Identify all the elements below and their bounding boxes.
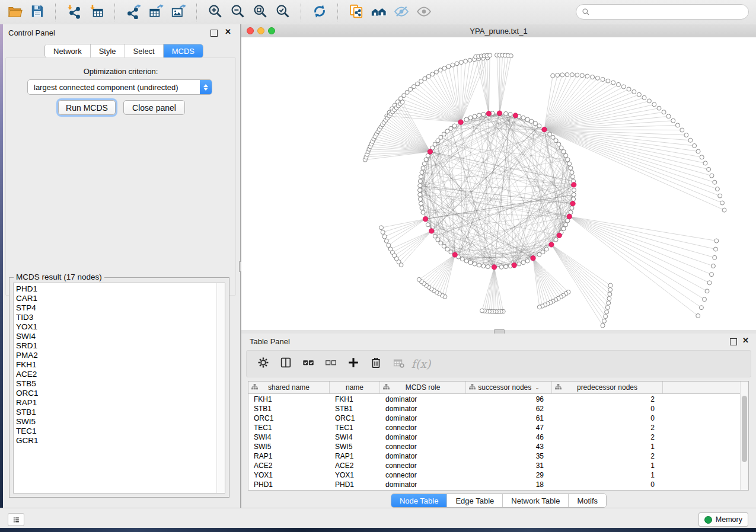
cell-predecessor-nodes[interactable]: 2	[552, 395, 663, 404]
refresh-view-button[interactable]	[308, 2, 331, 23]
cell-name[interactable]: YOX1	[330, 470, 380, 480]
cell-name[interactable]: TEC1	[330, 423, 380, 432]
cell-shared-name[interactable]: PHD1	[248, 480, 330, 489]
cell-predecessor-nodes[interactable]: 2	[552, 423, 663, 432]
table-row[interactable]: PHD1PHD1dominator180	[248, 480, 741, 489]
table-scrollbar-thumb[interactable]	[742, 396, 747, 462]
cell-predecessor-nodes[interactable]: 0	[552, 414, 663, 423]
tab-node-table[interactable]: Node Table	[391, 494, 448, 507]
delete-entries-button[interactable]	[366, 354, 385, 374]
mcds-result-list[interactable]: PHD1CAR1STP4TID3YOX1SWI4SRD1PMA2FKH1ACE2…	[13, 283, 225, 493]
cell-name[interactable]: ACE2	[330, 461, 380, 470]
cell-MCDS-role[interactable]: dominator	[380, 451, 466, 461]
tab-edge-table[interactable]: Edge Table	[447, 494, 503, 507]
table-row[interactable]: ORC1ORC1dominator610	[248, 414, 741, 423]
cell-MCDS-role[interactable]: dominator	[380, 395, 466, 404]
tab-network[interactable]: Network	[45, 44, 91, 57]
optimization-criterion-dropdown[interactable]: largest connected component (undirected)	[27, 79, 212, 95]
network-canvas[interactable]	[241, 37, 756, 330]
zoom-out-button[interactable]	[227, 2, 249, 23]
cell-predecessor-nodes[interactable]: 2	[552, 451, 663, 461]
cell-name[interactable]: SWI5	[330, 442, 380, 451]
task-history-button[interactable]	[8, 513, 24, 526]
cell-name[interactable]: PHD1	[330, 480, 380, 489]
export-table-button[interactable]	[145, 2, 167, 23]
cell-successor-nodes[interactable]: 62	[466, 404, 552, 414]
tab-select[interactable]: Select	[125, 44, 164, 57]
cell-MCDS-role[interactable]: connector	[380, 442, 466, 451]
table-row[interactable]: STB1STB1dominator620	[248, 404, 741, 414]
zoom-in-button[interactable]	[204, 2, 227, 23]
table-row[interactable]: TEC1TEC1connector472	[248, 423, 741, 432]
clone-network-button[interactable]	[345, 2, 368, 23]
mcds-result-item[interactable]: CAR1	[16, 294, 215, 303]
export-image-button[interactable]	[167, 2, 190, 23]
select-all-button[interactable]	[299, 354, 318, 374]
cell-shared-name[interactable]: ACE2	[248, 461, 330, 470]
settings-button[interactable]	[254, 354, 273, 374]
cell-shared-name[interactable]: YOX1	[248, 470, 330, 480]
cell-predecessor-nodes[interactable]: 1	[552, 442, 663, 451]
cell-name[interactable]: STB1	[330, 404, 380, 414]
mcds-result-item[interactable]: YOX1	[16, 322, 215, 332]
cell-shared-name[interactable]: TEC1	[248, 423, 330, 432]
search-input[interactable]	[593, 7, 748, 17]
import-table-button[interactable]	[85, 2, 108, 23]
mcds-result-item[interactable]: SWI4	[16, 332, 215, 341]
cell-successor-nodes[interactable]: 35	[466, 451, 552, 461]
cell-predecessor-nodes[interactable]: 0	[552, 404, 663, 414]
cell-successor-nodes[interactable]: 47	[466, 423, 552, 432]
cell-predecessor-nodes[interactable]: 1	[552, 461, 663, 470]
cell-MCDS-role[interactable]: connector	[380, 461, 466, 470]
zoom-selected-button[interactable]	[272, 2, 294, 23]
cell-name[interactable]: RAP1	[330, 451, 380, 461]
cell-successor-nodes[interactable]: 46	[466, 432, 552, 442]
cell-predecessor-nodes[interactable]: 0	[552, 480, 663, 489]
memory-button[interactable]: Memory	[698, 512, 748, 527]
mcds-result-item[interactable]: ORC1	[16, 389, 215, 398]
cell-successor-nodes[interactable]: 96	[466, 395, 552, 404]
first-neighbors-button[interactable]	[368, 2, 390, 23]
split-panel-button[interactable]	[276, 354, 295, 374]
mcds-result-item[interactable]: PHD1	[16, 284, 215, 294]
cell-MCDS-role[interactable]: dominator	[380, 480, 466, 489]
table-row[interactable]: SWI4SWI4dominator462	[248, 432, 741, 442]
mcds-result-item[interactable]: SRD1	[16, 341, 215, 351]
float-panel-icon[interactable]	[210, 30, 218, 37]
cell-shared-name[interactable]: SWI5	[248, 442, 330, 451]
zoom-fit-button[interactable]	[249, 2, 272, 23]
close-table-panel-icon[interactable]: ✕	[742, 338, 749, 344]
cell-successor-nodes[interactable]: 61	[466, 414, 552, 423]
table-scrollbar[interactable]	[740, 382, 748, 490]
mcds-result-item[interactable]: ACE2	[16, 370, 215, 379]
cell-shared-name[interactable]: SWI4	[248, 432, 330, 442]
table-row[interactable]: FKH1FKH1dominator962	[248, 395, 741, 404]
cell-shared-name[interactable]: ORC1	[248, 414, 330, 423]
cell-MCDS-role[interactable]: dominator	[380, 404, 466, 414]
mcds-result-item[interactable]: STB1	[16, 408, 215, 417]
column-header-name[interactable]: name	[330, 382, 380, 393]
column-header-successor-nodes[interactable]: successor nodes⌄	[466, 382, 552, 393]
close-panel-button[interactable]: Close panel	[123, 100, 185, 115]
run-mcds-button[interactable]: Run MCDS	[58, 100, 116, 115]
tab-motifs[interactable]: Motifs	[569, 494, 606, 507]
mcds-result-item[interactable]: SWI5	[16, 417, 215, 427]
cell-successor-nodes[interactable]: 18	[466, 480, 552, 489]
mcds-result-item[interactable]: STB5	[16, 379, 215, 389]
column-header-shared-name[interactable]: shared name	[248, 382, 330, 393]
cell-name[interactable]: FKH1	[330, 395, 380, 404]
table-row[interactable]: RAP1RAP1dominator352	[248, 451, 741, 461]
cell-shared-name[interactable]: RAP1	[248, 451, 330, 461]
cell-shared-name[interactable]: STB1	[248, 404, 330, 414]
mcds-result-item[interactable]: RAP1	[16, 398, 215, 408]
mcds-result-item[interactable]: GCR1	[16, 436, 215, 446]
cell-successor-nodes[interactable]: 29	[466, 470, 552, 480]
mcds-list-scrollbar[interactable]	[216, 283, 225, 493]
column-header-MCDS-role[interactable]: MCDS role	[380, 382, 466, 393]
add-entry-button[interactable]	[344, 354, 363, 374]
cell-predecessor-nodes[interactable]: 2	[552, 432, 663, 442]
import-network-button[interactable]	[63, 2, 85, 23]
table-row[interactable]: SWI5SWI5connector431	[248, 442, 741, 451]
cell-name[interactable]: ORC1	[330, 414, 380, 423]
float-table-panel-icon[interactable]	[730, 338, 737, 345]
